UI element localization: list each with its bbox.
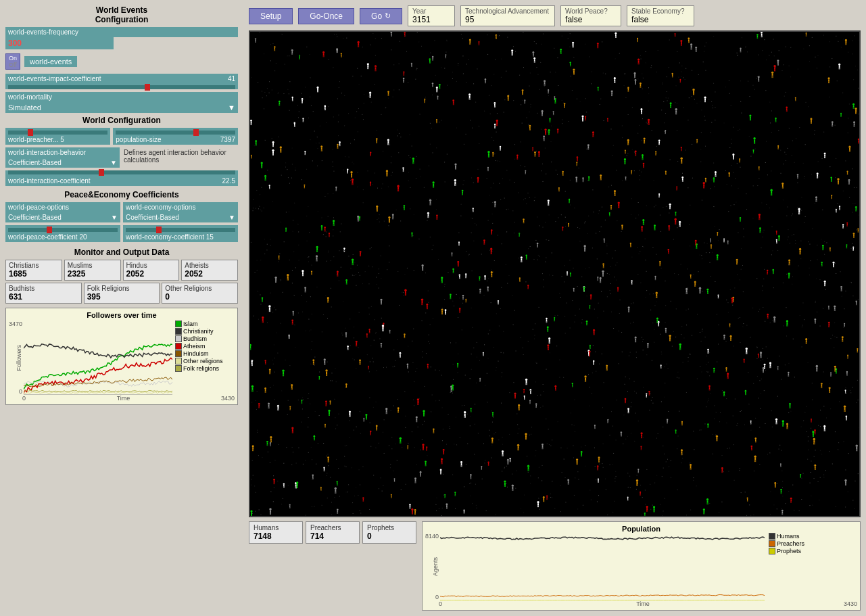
legend-islam-label: Islam <box>183 321 198 327</box>
world-economy-options-arrow: ▼ <box>228 214 235 221</box>
world-events-frequency-value[interactable]: 300 <box>5 37 114 49</box>
atheists-box: Atheists 2052 <box>181 260 238 281</box>
world-interaction-coeff-label: world-interaction-coefficient <box>8 177 91 185</box>
tech-value: 95 <box>465 15 550 24</box>
legend-hinduism-label: Hinduism <box>183 350 209 357</box>
budhists-label: Budhists <box>9 285 78 292</box>
world-economy-options-dropdown[interactable]: Coefficient-Based ▼ <box>123 212 238 222</box>
world-config-title: World Configuration <box>5 116 238 125</box>
muslims-box: Muslims 2325 <box>64 260 121 281</box>
world-preacher-label: world-preacher... 5 <box>8 136 64 143</box>
population-size-label: population-size <box>116 136 161 143</box>
legend-islam-color <box>175 321 182 327</box>
world-economy-coeff-slider[interactable] <box>126 228 235 232</box>
followers-chart-y-axis: 3470 Followers 0 <box>9 321 24 395</box>
world-canvas <box>249 30 861 517</box>
legend-christianity: Christianity <box>175 328 223 335</box>
economy-box: Stable Economy? false <box>627 5 694 26</box>
go-button[interactable]: Go ↻ <box>360 8 402 24</box>
toggle-on-button[interactable]: On Off <box>5 53 20 70</box>
christians-value: 1685 <box>9 269 59 279</box>
pop-chart-y-axis: 8140 Agents 0 <box>425 533 440 600</box>
peace-economy-title: Peace&Economy Coefficients <box>5 190 238 199</box>
followers-chart-canvas <box>24 321 172 395</box>
pop-legend-prophets-label: Prophets <box>777 548 801 554</box>
folk-religions-box: Folk Religions 395 <box>84 283 160 304</box>
pop-legend-preachers-label: Preachers <box>777 540 804 547</box>
world-preacher-slider[interactable] <box>8 131 107 135</box>
prophets-value: 0 <box>367 531 412 541</box>
pop-legend-preachers: Preachers <box>769 540 804 547</box>
pop-chart-time-label: Time <box>636 600 650 607</box>
world-interaction-behavior-value: Coefficient-Based <box>8 159 62 166</box>
world-events-toggle-label: world-events <box>24 56 77 67</box>
pop-agents-label: Agents <box>432 557 439 576</box>
world-events-title: World Events Configuration <box>5 5 238 24</box>
peace-label: World Peace? <box>565 7 617 15</box>
agent-stats: Humans 7148 Preachers 714 Prophets 0 <box>249 521 416 544</box>
legend-christianity-color <box>175 328 182 335</box>
other-religions-value: 0 <box>165 292 235 302</box>
legend-budhism-color <box>175 335 182 342</box>
world-peace-coeff-thumb <box>47 227 52 233</box>
folk-religions-value: 395 <box>87 292 157 302</box>
world-events-frequency-label: world-events-frequency <box>5 27 238 37</box>
legend-hinduism-color <box>175 350 182 357</box>
population-size-slider[interactable] <box>116 131 235 135</box>
world-economy-options-label: world-economy-options <box>123 202 238 212</box>
pop-legend-prophets: Prophets <box>769 548 804 554</box>
world-mortality-dropdown[interactable]: Simulated ▼ <box>5 102 238 113</box>
population-chart-box: Population 8140 Agents 0 Humans Preacher… <box>422 521 861 611</box>
peace-box: World Peace? false <box>560 5 621 26</box>
population-size-value: 7397 <box>220 136 235 143</box>
world-peace-coeff-slider[interactable] <box>8 228 118 232</box>
legend-folk-religions: Folk religions <box>175 365 223 372</box>
go-once-button[interactable]: Go-Once <box>298 8 354 24</box>
pop-legend-humans-label: Humans <box>777 533 800 540</box>
legend-folk-religions-label: Folk religions <box>183 365 219 372</box>
preachers-label: Preachers <box>310 524 355 531</box>
pop-chart-x-axis: 0 Time 3430 <box>425 600 857 607</box>
world-interaction-coeff-slider[interactable] <box>8 170 235 174</box>
world-interaction-behavior-dropdown[interactable]: Coefficient-Based ▼ <box>5 158 120 168</box>
world-peace-options-dropdown[interactable]: Coefficient-Based ▼ <box>5 212 120 222</box>
world-peace-coeff-label: world-peace-coefficient 20 <box>8 233 87 241</box>
world-events-impact-slider[interactable] <box>8 85 235 89</box>
setup-button[interactable]: Setup <box>249 8 293 24</box>
legend-other-religions: Other religions <box>175 358 223 364</box>
pop-legend-prophets-color <box>769 548 775 554</box>
pop-legend-humans-color <box>769 533 775 540</box>
world-preacher-row: world-preacher... 5 <box>8 136 107 143</box>
go-button-label: Go <box>371 11 382 21</box>
world-simulation-canvas <box>250 32 859 516</box>
world-peace-options-value: Coefficient-Based <box>8 214 62 221</box>
folk-religions-label: Folk Religions <box>87 285 157 292</box>
world-interaction-coeff-value: 22.5 <box>222 177 235 185</box>
world-interaction-behavior-label: world-interaction-behavior <box>5 147 120 158</box>
legend-christianity-label: Christianity <box>183 328 214 335</box>
world-interaction-desc: Defines agent interaction behavior calcu… <box>124 147 238 164</box>
world-interaction-coeff-thumb <box>99 169 104 176</box>
followers-chart-box: Followers over time 3470 Followers 0 Isl… <box>5 308 238 405</box>
preachers-value: 714 <box>310 531 355 541</box>
atheists-label: Atheists <box>185 262 235 269</box>
followers-y-label: Followers <box>16 345 22 371</box>
economy-label: Stable Economy? <box>631 7 690 15</box>
followers-chart-legend: Islam Christianity Budhism Atheism Hindu… <box>172 321 223 395</box>
humans-value: 7148 <box>254 531 298 541</box>
world-events-impact-row: world-events-impact-coefficient 41 <box>5 74 238 84</box>
legend-budhism: Budhism <box>175 335 223 342</box>
world-economy-coeff-label: world-economy-coefficient 15 <box>126 233 214 241</box>
other-religions-box: Other Religions 0 <box>162 283 238 304</box>
hindus-box: Hindus 2052 <box>123 260 180 281</box>
population-size-row: population-size 7397 <box>116 136 235 143</box>
year-value: 3151 <box>412 15 450 24</box>
world-events-impact-value: 41 <box>228 75 235 82</box>
christians-label: Christians <box>9 262 59 269</box>
other-religions-label: Other Religions <box>165 285 235 292</box>
humans-box: Humans 7148 <box>249 521 303 544</box>
followers-chart-x-axis: 0 Time 3430 <box>9 395 235 402</box>
legend-budhism-label: Budhism <box>183 335 207 342</box>
world-economy-options-value: Coefficient-Based <box>126 214 179 221</box>
legend-other-religions-color <box>175 358 182 364</box>
